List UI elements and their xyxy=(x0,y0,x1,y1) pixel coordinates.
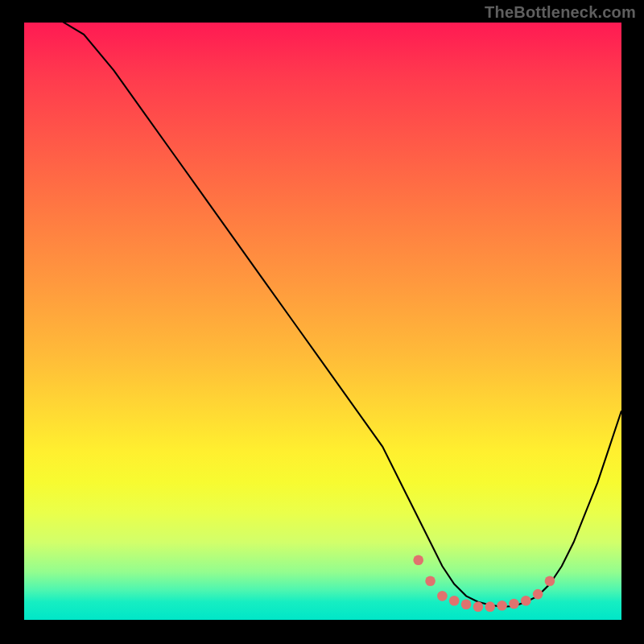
optimal-dot xyxy=(461,599,472,609)
optimal-dot xyxy=(425,576,436,586)
optimal-dot xyxy=(533,589,543,600)
optimal-dot xyxy=(437,591,448,601)
optimal-dot xyxy=(509,599,519,609)
optimal-dot xyxy=(497,601,507,611)
optimal-dot xyxy=(413,555,423,565)
dots-group xyxy=(413,555,555,611)
watermark-text: TheBottleneck.com xyxy=(485,3,636,22)
chart-frame: TheBottleneck.com xyxy=(0,0,644,644)
optimal-dot xyxy=(485,601,495,612)
optimal-dot xyxy=(449,596,460,606)
plot-area xyxy=(24,23,621,620)
optimal-dot xyxy=(521,596,531,606)
optimal-dot xyxy=(545,576,555,586)
optimal-dot xyxy=(473,601,484,612)
optimal-range-dots xyxy=(24,23,621,620)
